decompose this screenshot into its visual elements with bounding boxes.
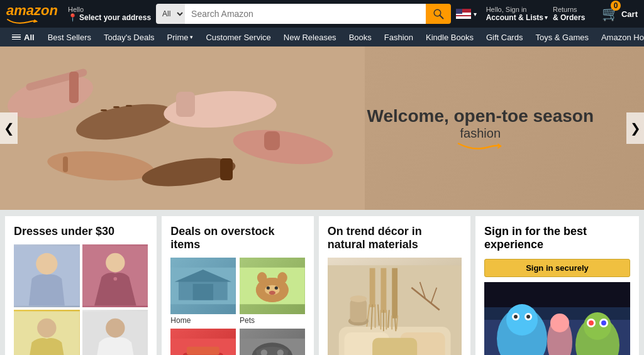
nav-item-best-sellers[interactable]: Best Sellers (43, 30, 96, 45)
svg-rect-79 (350, 299, 367, 322)
dresses-card: Dresses under $30 (5, 216, 157, 355)
dress-3-svg (14, 310, 80, 355)
nav-item-amazon-home[interactable]: Amazon Home (596, 30, 644, 45)
navbar: All Best Sellers Today's Deals Prime ▾ C… (0, 28, 644, 46)
dress-4-svg (82, 310, 148, 355)
cart[interactable]: 🛒 0 Cart (602, 6, 638, 22)
address-selector[interactable]: Hello 📍 Select your address (68, 6, 151, 22)
amazon-fashion-smile (455, 141, 506, 151)
svg-point-98 (550, 314, 569, 332)
imdb-banner[interactable]: IMDb Watch free (484, 282, 630, 355)
dress-image-2 (82, 244, 148, 307)
hero-text-area: Welcome, open-toe season fashion (367, 106, 594, 151)
address-hello: Hello (68, 6, 151, 13)
nav-item-gift-cards[interactable]: Gift Cards (481, 30, 528, 45)
svg-rect-19 (220, 158, 233, 180)
dress-2-svg (82, 244, 148, 307)
svg-rect-17 (63, 156, 68, 172)
hamburger-icon (12, 35, 21, 40)
nav-item-books[interactable]: Books (344, 30, 377, 45)
svg-point-89 (514, 315, 518, 319)
overstock-item-baby: Baby (240, 329, 305, 355)
decor-image (328, 258, 462, 355)
dress-image-3 (14, 310, 80, 355)
account-main: Account & Lists ▾ (486, 13, 548, 22)
prime-dropdown-arrow: ▾ (190, 34, 193, 40)
search-bar[interactable]: All (156, 4, 451, 24)
dresses-images-grid (14, 244, 148, 355)
decor-card: On trend décor in natural materials (319, 216, 470, 355)
svg-rect-4 (456, 16, 471, 19)
signin-button[interactable]: Sign in securely (484, 259, 630, 277)
svg-rect-11 (101, 109, 107, 111)
product-grid: Dresses under $30 (0, 211, 644, 355)
language-dropdown-arrow: ▾ (474, 11, 477, 18)
svg-rect-61 (380, 268, 386, 313)
dresses-card-title: Dresses under $30 (14, 225, 148, 238)
nav-item-todays-deals[interactable]: Today's Deals (99, 30, 160, 45)
dress-image-1 (14, 244, 80, 307)
search-input[interactable] (185, 4, 426, 24)
returns-main: & Orders (553, 13, 597, 22)
svg-rect-5 (456, 9, 462, 14)
amazon-logo: amazon (6, 4, 58, 18)
language-selector[interactable]: ▾ (456, 9, 481, 19)
hero-next-button[interactable]: ❯ (626, 112, 644, 144)
nav-all-label: All (24, 33, 35, 42)
imdb-banner-svg (484, 282, 630, 355)
nav-item-customer-service[interactable]: Customer Service (201, 30, 275, 45)
svg-rect-60 (372, 338, 417, 355)
overstock-toys-image (170, 329, 236, 355)
account-dropdown-arrow: ▾ (545, 14, 548, 21)
svg-point-25 (106, 253, 125, 272)
address-main: 📍 Select your address (68, 13, 151, 22)
svg-point-96 (601, 320, 606, 325)
toys-svg (170, 329, 236, 355)
svg-rect-33 (193, 284, 213, 300)
svg-rect-15 (176, 92, 195, 117)
nav-item-fashion[interactable]: Fashion (379, 30, 418, 45)
dress-image-4 (82, 310, 148, 355)
cart-label: Cart (621, 9, 638, 19)
account-menu[interactable]: Hello, Sign in Account & Lists ▾ (486, 6, 548, 22)
overstock-pets-label: Pets (240, 316, 305, 325)
header: amazon Hello 📍 Select your address All (0, 0, 644, 28)
svg-line-1 (440, 15, 443, 18)
svg-point-39 (277, 272, 287, 283)
dress-1-svg (14, 244, 80, 307)
svg-rect-48 (187, 347, 219, 355)
svg-rect-12 (113, 106, 119, 108)
svg-rect-13 (126, 105, 132, 107)
hero-title: Welcome, open-toe season (367, 106, 594, 126)
home-svg (170, 258, 236, 314)
overstock-home-image (170, 258, 236, 314)
returns-top: Returns (553, 6, 597, 13)
svg-point-41 (267, 287, 270, 290)
svg-point-42 (275, 287, 278, 290)
account-hello: Hello, Sign in (486, 6, 548, 13)
hero-prev-button[interactable]: ❮ (0, 112, 18, 144)
search-button[interactable] (426, 4, 451, 24)
svg-point-28 (37, 319, 56, 337)
overstock-item-pets: Pets (240, 258, 305, 325)
overstock-grid: Home Pets (170, 258, 304, 355)
hero-banner: ❮ Welco (0, 46, 644, 210)
baby-svg (240, 329, 305, 355)
svg-point-92 (584, 312, 611, 340)
nav-item-new-releases[interactable]: New Releases (279, 30, 341, 45)
returns-orders[interactable]: Returns & Orders (553, 6, 597, 22)
nav-item-prime[interactable]: Prime ▾ (162, 30, 199, 45)
nav-item-kindle-books[interactable]: Kindle Books (421, 30, 479, 45)
search-category-select[interactable]: All (156, 4, 185, 24)
pin-icon: 📍 (68, 13, 77, 22)
decor-card-title: On trend décor in natural materials (328, 225, 462, 251)
us-flag-icon (456, 9, 471, 19)
svg-rect-62 (392, 268, 397, 319)
overstock-baby-image (240, 329, 305, 355)
signin-title: Sign in for the best experience (484, 225, 630, 251)
shoes-svg (0, 46, 365, 210)
logo-area[interactable]: amazon (6, 4, 63, 24)
svg-point-26 (113, 277, 117, 281)
nav-all-button[interactable]: All (6, 30, 40, 45)
nav-item-toys-games[interactable]: Toys & Games (530, 30, 594, 45)
